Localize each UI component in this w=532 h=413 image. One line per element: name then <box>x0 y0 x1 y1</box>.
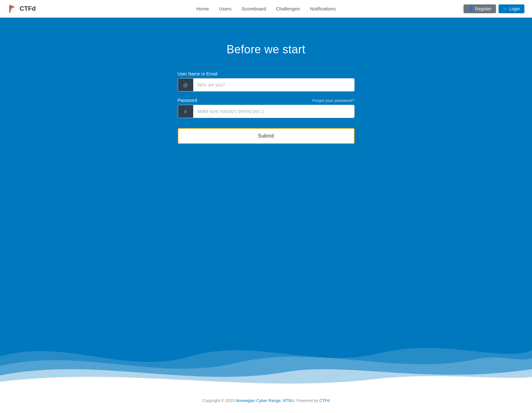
username-input[interactable] <box>193 79 354 91</box>
footer-powered-link[interactable]: CTFd <box>319 398 330 403</box>
footer: Copyright © 2023 Norwegian Cyber Range, … <box>0 388 532 413</box>
submit-button[interactable]: Submit <box>178 128 355 144</box>
forgot-password-link[interactable]: Forgot your password? <box>313 98 355 103</box>
username-input-group: @ <box>178 78 355 91</box>
footer-org-link[interactable]: Norwegian Cyber Range, NTNU <box>236 398 294 403</box>
wave-decoration <box>0 331 532 388</box>
nav-auth-buttons: 👤 Register → Login <box>463 4 524 13</box>
password-label: Password <box>178 98 197 103</box>
user-add-icon: 👤 <box>468 6 473 11</box>
footer-text: Copyright © 2023 Norwegian Cyber Range, … <box>6 398 526 403</box>
password-addon: # <box>178 105 193 118</box>
nav-links: Home Users Scoreboard Challenges Notific… <box>196 5 336 13</box>
password-input-group: # <box>178 105 355 118</box>
login-button[interactable]: → Login <box>499 4 524 13</box>
ctfd-logo-icon <box>8 4 18 14</box>
page-title: Before we start <box>227 43 306 56</box>
nav-scoreboard[interactable]: Scoreboard <box>242 5 266 13</box>
register-button[interactable]: 👤 Register <box>463 4 496 13</box>
login-form: User Name or Email @ Password Forgot you… <box>178 71 355 144</box>
nav-challenges[interactable]: Challenges <box>276 5 300 13</box>
brand-logo[interactable]: CTFd <box>8 4 36 14</box>
svg-marker-2 <box>10 8 14 11</box>
username-group: User Name or Email @ <box>178 71 355 91</box>
username-label: User Name or Email <box>178 71 218 76</box>
sign-in-icon: → <box>503 6 507 11</box>
svg-marker-1 <box>10 5 15 9</box>
nav-users[interactable]: Users <box>219 5 231 13</box>
main-content: Before we start User Name or Email @ Pas… <box>0 18 532 388</box>
nav-home[interactable]: Home <box>196 5 209 13</box>
nav-notifications[interactable]: Notifications <box>310 5 336 13</box>
navbar: CTFd Home Users Scoreboard Challenges No… <box>0 0 532 18</box>
password-group: Password Forgot your password? # <box>178 98 355 118</box>
password-input[interactable] <box>193 105 354 118</box>
svg-rect-0 <box>9 5 10 13</box>
username-addon: @ <box>178 79 193 91</box>
brand-name: CTFd <box>20 5 36 12</box>
